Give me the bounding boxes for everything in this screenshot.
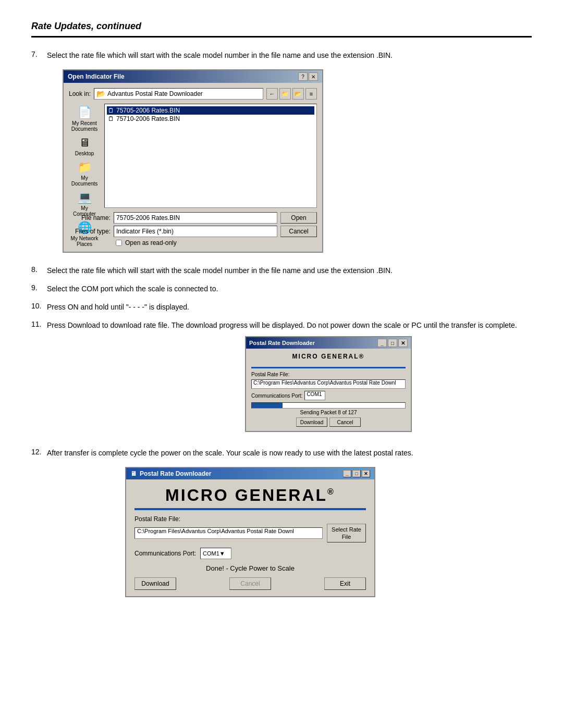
back-button[interactable]: ←: [266, 88, 278, 100]
new-folder-button[interactable]: 📂: [292, 88, 304, 100]
file-type-label: Files of type:: [69, 228, 111, 235]
postal-rate-input-large[interactable]: C:\Program Files\Advantus Corp\Advantus …: [134, 527, 323, 539]
win-controls-large: _ □ ✕: [343, 470, 370, 477]
step-7: 7. Select the rate file which will start…: [31, 50, 532, 61]
file-type-value: Indicator Files (*.bin): [116, 228, 174, 235]
download-button-large[interactable]: Download: [134, 577, 176, 590]
step-8-text: Select the rate file which will start wi…: [47, 265, 393, 276]
step-12-text: After transfer is complete cycle the pow…: [47, 448, 532, 459]
file-type-dropdown[interactable]: Indicator Files (*.bin): [114, 226, 277, 237]
postal-rate-field-row: C:\Program Files\Advantus Corp\Advantus …: [134, 524, 366, 542]
mg-large-body: MICRO GENERAL® Postal Rate File: C:\Prog…: [126, 479, 374, 596]
comm-port-dropdown-small[interactable]: COM1: [304, 391, 325, 400]
desktop-item[interactable]: 🖥 Desktop: [70, 136, 99, 156]
page-header: Rate Updates, continued: [31, 21, 532, 38]
postal-rate-section: Postal Rate File: C:\Program Files\Advan…: [134, 515, 366, 542]
mg-logo-large: MICRO GENERAL®: [134, 486, 366, 510]
exit-button-large[interactable]: Exit: [324, 577, 366, 590]
postal-rate-label-small: Postal Rate File:: [251, 372, 298, 377]
my-documents-item[interactable]: 📁 My Documents: [70, 161, 99, 187]
network-label: My Network Places: [70, 236, 99, 247]
mg-logo-small: MICRO GENERAL®: [251, 353, 406, 368]
mg-large-title-text: Postal Rate Downloader: [140, 470, 211, 477]
file-name-1: 75710-2006 Rates.BIN: [116, 115, 180, 122]
step-7-number: 7.: [31, 50, 47, 61]
help-button[interactable]: ?: [298, 72, 308, 81]
step-10-text: Press ON and hold until "- - - -" is dis…: [47, 302, 189, 313]
step-9-text: Select the COM port which the scale is c…: [47, 283, 218, 294]
select-rate-button[interactable]: Select Rate File: [327, 524, 366, 542]
window-controls: ? ✕: [298, 72, 318, 81]
look-in-dropdown[interactable]: 📂 Advantus Postal Rate Downloader: [94, 88, 263, 100]
mg-small-title-text: Postal Rate Downloader: [249, 340, 315, 346]
close-button-large[interactable]: ✕: [362, 470, 370, 477]
postal-rate-row-small: Postal Rate File:: [251, 372, 406, 377]
step-12: 12. After transfer is complete cycle the…: [31, 448, 532, 597]
file-name-label: File name:: [69, 214, 111, 221]
btn-row-small: Download Cancel: [251, 417, 406, 427]
recent-docs-label: My Recent Documents: [70, 120, 99, 132]
dialog-title-bar: Open Indicator File ? ✕: [64, 70, 322, 83]
my-computer-icon: 💻: [78, 191, 92, 204]
maximize-button-large[interactable]: □: [352, 470, 361, 477]
close-button[interactable]: ✕: [309, 72, 318, 81]
step-8-number: 8.: [31, 265, 47, 276]
minimize-button-small[interactable]: _: [377, 339, 387, 347]
step-12-number: 12.: [31, 448, 47, 597]
recent-docs-item[interactable]: 📄 My Recent Documents: [70, 106, 99, 132]
dialog-body: Look in: 📂 Advantus Postal Rate Download…: [64, 83, 322, 252]
recent-docs-icon: 📄: [78, 106, 92, 119]
my-documents-label: My Documents: [70, 175, 99, 187]
cancel-button-small[interactable]: Cancel: [329, 417, 361, 427]
postal-rate-input-small[interactable]: C:\Program Files\Advantus Corp\Advantus …: [251, 379, 406, 389]
progress-bar: [251, 402, 406, 409]
file-name-row: File name: Open: [69, 212, 317, 224]
file-list[interactable]: 🗒 75705-2006 Rates.BIN 🗒 75710-2006 Rate…: [104, 104, 317, 208]
file-name-0: 75705-2006 Rates.BIN: [116, 107, 180, 114]
comm-port-row-large: Communications Port: COM1 ▼: [134, 548, 366, 559]
toolbar-icons: ← 📁 📂 ≡: [266, 88, 317, 100]
file-browser: 📄 My Recent Documents 🖥 Desktop 📁 My Doc…: [69, 104, 317, 208]
up-folder-button[interactable]: 📁: [279, 88, 291, 100]
reg-mark-large: ®: [327, 487, 335, 496]
my-documents-icon: 📁: [78, 161, 92, 174]
my-computer-item[interactable]: 💻 My Computer: [70, 191, 99, 217]
open-button[interactable]: Open: [280, 212, 317, 224]
open-indicator-file-dialog: Open Indicator File ? ✕ Look in: 📂 Advan…: [63, 69, 323, 253]
cancel-button-large: Cancel: [229, 577, 271, 590]
file-name-input[interactable]: [114, 212, 277, 224]
minimize-button-large[interactable]: _: [343, 470, 351, 477]
close-button-small[interactable]: ✕: [398, 339, 408, 347]
reg-mark-small: ®: [359, 353, 365, 360]
views-button[interactable]: ≡: [305, 88, 317, 100]
step-11: 11. Press Download to download rate file…: [31, 320, 532, 437]
step-10: 10. Press ON and hold until "- - - -" is…: [31, 302, 532, 313]
download-button-small[interactable]: Download: [296, 417, 327, 427]
dropdown-arrow-large: ▼: [219, 550, 225, 557]
btn-row-large: Download Cancel Exit: [134, 577, 366, 590]
file-icon-0: 🗒: [108, 107, 114, 114]
cancel-button[interactable]: Cancel: [280, 226, 317, 237]
postal-rate-value-row-small: C:\Program Files\Advantus Corp\Advantus …: [251, 379, 406, 389]
comm-port-dropdown-large[interactable]: COM1 ▼: [200, 548, 231, 559]
readonly-checkbox[interactable]: [116, 240, 122, 246]
dialog-title-text: Open Indicator File: [68, 73, 125, 80]
comm-port-label-small: Communications Port:: [251, 393, 302, 399]
look-in-label: Look in:: [69, 90, 91, 97]
look-in-row: Look in: 📂 Advantus Postal Rate Download…: [69, 88, 317, 100]
maximize-button-small[interactable]: □: [388, 339, 397, 347]
step-9: 9. Select the COM port which the scale i…: [31, 283, 532, 294]
progress-text: Sending Packet 8 of 127: [300, 410, 357, 415]
step-7-text: Select the rate file which will start wi…: [47, 50, 393, 61]
mg-small-title-bar: Postal Rate Downloader _ □ ✕: [246, 337, 411, 349]
file-entry-1[interactable]: 🗒 75710-2006 Rates.BIN: [107, 115, 314, 123]
comm-port-row-small: Communications Port: COM1: [251, 391, 406, 400]
mg-small-dialog: Postal Rate Downloader _ □ ✕ MICRO GENER…: [245, 336, 412, 432]
step-9-number: 9.: [31, 283, 47, 294]
file-type-row: Files of type: Indicator Files (*.bin) C…: [69, 226, 317, 237]
step-11-number: 11.: [31, 320, 47, 437]
file-entry-0[interactable]: 🗒 75705-2006 Rates.BIN: [107, 106, 314, 115]
step-11-text: Press Download to download rate file. Th…: [47, 320, 532, 331]
readonly-row: Open as read-only: [116, 239, 317, 246]
progress-fill: [252, 403, 283, 408]
